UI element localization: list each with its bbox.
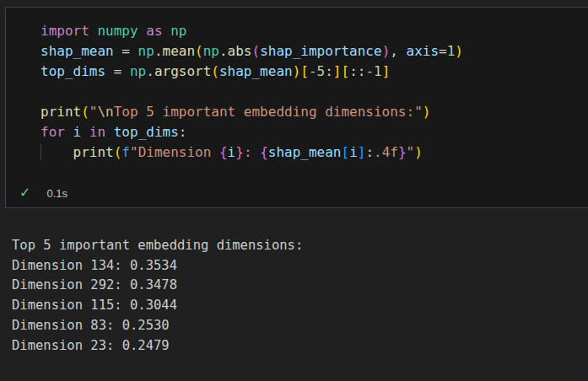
code-line: for i in top_dims: <box>40 122 588 142</box>
code-token: as <box>146 23 162 39</box>
code-editor[interactable]: import numpy as npshap_mean = np.mean(np… <box>6 8 588 163</box>
code-token: shap_mean <box>268 144 342 160</box>
code-token: . <box>146 63 154 79</box>
code-token: ] <box>382 63 391 79</box>
code-token: \n <box>97 104 113 120</box>
code-token: : <box>244 144 260 160</box>
code-token: np <box>170 23 186 39</box>
check-icon: ✓ <box>19 186 30 200</box>
code-token: ) <box>455 43 463 59</box>
code-cell: import numpy as npshap_mean = np.mean(np… <box>5 7 588 208</box>
code-token: ( <box>211 63 219 79</box>
code-token <box>81 124 89 140</box>
code-token: ] <box>358 144 366 160</box>
code-token: Dimension <box>138 144 219 160</box>
notebook-background: { "theme": { "notebook_bg": "#202020", "… <box>0 0 588 381</box>
code-token <box>89 23 98 39</box>
code-token: import <box>40 23 89 39</box>
code-line: top_dims = np.argsort(shap_mean)[-5:][::… <box>40 62 588 82</box>
code-token: print <box>40 104 81 120</box>
code-token: . <box>154 43 163 59</box>
code-token: abs <box>228 43 252 59</box>
code-token: argsort <box>154 63 211 79</box>
code-token: } <box>235 144 244 160</box>
code-token: ) <box>382 43 391 59</box>
code-token: i <box>349 144 358 160</box>
code-token: i <box>73 124 82 140</box>
code-token: { <box>260 144 268 160</box>
code-token: : <box>325 63 333 79</box>
code-token: : <box>179 124 187 140</box>
code-token: . <box>219 43 228 59</box>
code-token <box>163 23 171 39</box>
code-token: for <box>40 124 65 140</box>
code-token: np <box>203 43 219 59</box>
code-token: mean <box>163 43 196 59</box>
code-line <box>40 82 588 102</box>
code-token: { <box>219 144 228 160</box>
code-token: top_dims <box>40 63 105 79</box>
code-token: shap_importance <box>260 43 382 59</box>
indent-guide <box>40 144 73 160</box>
code-token: np <box>138 43 154 59</box>
code-token: = <box>105 63 130 79</box>
code-token: ) <box>423 104 431 120</box>
code-token <box>105 124 114 140</box>
code-token: [ <box>341 63 349 79</box>
cell-status-bar: ✓ 0.1s <box>6 179 588 207</box>
output-line: Dimension 134: 0.3534 <box>12 256 303 276</box>
code-token: , <box>390 43 406 59</box>
code-token: ) <box>414 144 423 160</box>
code-line: print("\nTop 5 important embedding dimen… <box>40 102 588 122</box>
code-token: " <box>414 104 423 120</box>
code-token: [ <box>300 63 309 79</box>
code-token: axis <box>407 43 440 59</box>
code-token: :: <box>349 63 365 79</box>
code-token: i <box>228 144 236 160</box>
code-token: 1 <box>447 43 456 59</box>
code-token <box>65 124 73 140</box>
code-token: ( <box>195 43 203 59</box>
output-line: Dimension 23: 0.2479 <box>12 336 303 357</box>
code-token: -5 <box>309 63 325 79</box>
code-token: f <box>121 144 130 160</box>
code-token: = <box>114 43 138 59</box>
code-token: shap_mean <box>219 63 293 79</box>
code-token: -1 <box>365 63 381 79</box>
code-token: } <box>398 144 407 160</box>
code-token: = <box>439 43 447 59</box>
code-token: " <box>130 144 138 160</box>
output-area: Top 5 important embedding dimensions:Dim… <box>12 236 303 356</box>
execution-duration: 0.1s <box>46 187 67 200</box>
code-token: : <box>365 144 374 160</box>
code-token: " <box>407 144 415 160</box>
code-token: [ <box>341 144 349 160</box>
code-token: ( <box>252 43 261 59</box>
code-line: shap_mean = np.mean(np.abs(shap_importan… <box>40 41 588 62</box>
code-token: .4f <box>374 144 398 160</box>
code-token: " <box>89 104 98 120</box>
code-token: in <box>89 124 105 140</box>
code-token: shap_mean <box>40 43 114 59</box>
code-token <box>138 23 147 39</box>
code-token: Top 5 important embedding dimensions: <box>114 104 414 120</box>
output-line: Top 5 important embedding dimensions: <box>12 236 303 256</box>
code-token: ) <box>293 63 301 79</box>
code-token: top_dims <box>114 124 179 140</box>
code-token: np <box>130 63 146 79</box>
code-token: ( <box>81 104 89 120</box>
output-line: Dimension 115: 0.3044 <box>12 296 303 316</box>
code-line: print(f"Dimension {i}: {shap_mean[i]:.4f… <box>40 142 588 163</box>
code-token: ( <box>114 144 122 160</box>
output-line: Dimension 292: 0.3478 <box>12 276 303 296</box>
output-line: Dimension 83: 0.2530 <box>12 316 303 336</box>
code-token: numpy <box>97 23 138 39</box>
code-token: print <box>73 144 114 160</box>
code-line: import numpy as np <box>40 21 588 41</box>
